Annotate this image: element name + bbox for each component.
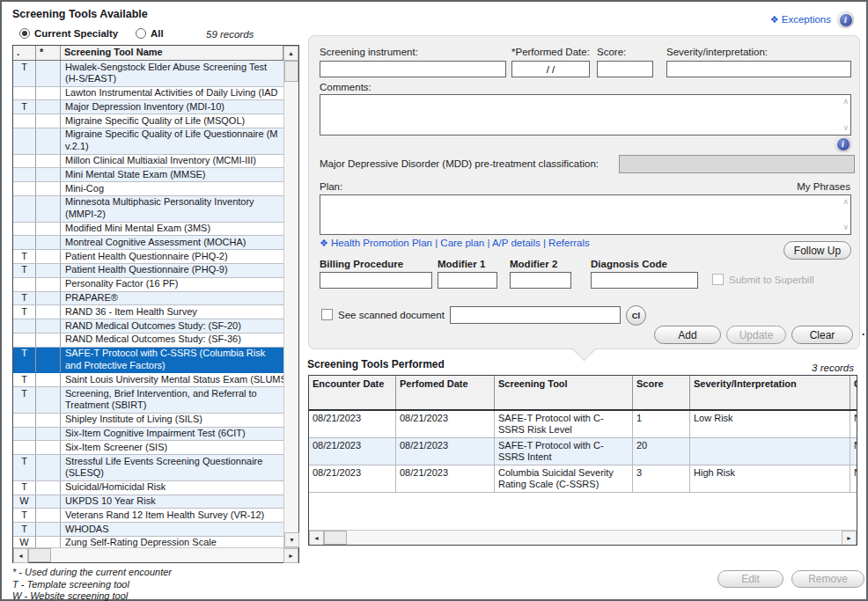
tool-list-item[interactable]: Six-Item Cognitive Impairment Test (6CIT… (13, 428, 283, 442)
see-scanned-document-checkbox[interactable]: See scanned document (321, 309, 445, 320)
exceptions-link[interactable]: ❖Exceptions (770, 14, 831, 26)
diagnosis-code-input[interactable] (591, 272, 698, 289)
mdd-info-icon[interactable]: i (835, 136, 851, 152)
tool-list-item[interactable]: T Patient Health Questionnaire (PHQ-2) (13, 250, 283, 264)
performed-column-header[interactable]: Score (633, 376, 690, 409)
tool-name: Mini Mental State Exam (MMSE) (61, 168, 283, 181)
tool-list-item[interactable]: Six-Item Screener (SIS) (13, 441, 283, 455)
column-header-star[interactable]: * (36, 46, 61, 60)
tool-list-item[interactable]: T Suicidal/Homicidal Risk (13, 481, 283, 495)
link-care-plan[interactable]: Care plan (440, 238, 484, 248)
chevron-down-icon[interactable]: ∨ (842, 124, 849, 132)
score-input[interactable] (597, 61, 653, 77)
performed-table-row[interactable]: 08/21/2023 08/21/2023 SAFE-T Protocol wi… (309, 411, 857, 438)
scroll-down-icon[interactable]: ▼ (284, 532, 299, 547)
scroll-left-icon[interactable]: ◄ (13, 548, 28, 563)
chevron-up-icon[interactable]: ∧ (842, 198, 849, 206)
tool-list-item[interactable]: W Zung Self-Rating Depression Scale (13, 537, 283, 547)
performed-column-header[interactable]: Encounter Date (309, 376, 396, 409)
severity-input[interactable] (666, 61, 851, 77)
chevron-down-icon[interactable]: ∨ (842, 224, 849, 231)
follow-up-button[interactable]: Follow Up (783, 241, 851, 260)
scroll-right-icon[interactable]: ► (283, 548, 298, 563)
update-button[interactable]: Update (726, 326, 786, 344)
scroll-up-icon[interactable]: ▲ (283, 46, 298, 61)
cell-performed-date: 08/21/2023 (396, 411, 495, 437)
modifier2-input[interactable] (510, 272, 571, 289)
add-button[interactable]: Add (654, 326, 721, 344)
tool-list-item[interactable]: T Stressful Life Events Screening Questi… (13, 455, 283, 481)
scanned-document-input[interactable] (450, 306, 621, 324)
tool-list-item[interactable]: T Patient Health Questionnaire (PHQ-9) (13, 264, 283, 278)
remove-button[interactable]: Remove (791, 570, 864, 588)
chevron-up-icon[interactable]: ∧ (842, 98, 849, 106)
tool-list-item[interactable]: Modified Mini Mental Exam (3MS) (13, 223, 283, 237)
tool-list-item[interactable]: T RAND 36 - Item Health Survey (13, 305, 283, 319)
column-header-tool-name[interactable]: Screening Tool Name (61, 46, 283, 60)
performed-table-row[interactable]: 08/21/2023 08/21/2023 SAFE-T Protocol wi… (309, 438, 857, 465)
cell-encounter-date: 08/21/2023 (309, 411, 396, 437)
horizontal-scrollbar-thumb[interactable] (324, 531, 347, 545)
clear-button[interactable]: Clear (791, 326, 853, 344)
radio-all[interactable]: All (136, 28, 164, 39)
tool-list-item[interactable]: T Hwalek-Sengstock Elder Abuse Screening… (13, 61, 283, 87)
modifier1-input[interactable] (438, 272, 497, 289)
tool-list-item[interactable]: Migraine Specific Quality of Life (MSQOL… (13, 114, 283, 128)
my-phrases-link[interactable]: My Phrases (797, 181, 850, 192)
performed-horizontal-scrollbar[interactable]: ◄ ► (309, 530, 857, 545)
radio-current-specialty[interactable]: Current Specialty (19, 28, 118, 39)
scrollbar-track[interactable] (347, 531, 842, 545)
plan-textarea[interactable]: ∧ ∨ (320, 194, 851, 235)
tool-list-item[interactable]: Lawton Instrumental Activities of Daily … (13, 87, 283, 101)
tool-list-item[interactable]: T Saint Louis University Mental Status E… (13, 373, 283, 387)
link-a-p-details[interactable]: A/P details (492, 238, 541, 248)
tool-list-item[interactable]: W UKPDS 10 Year Risk (13, 495, 283, 509)
billing-procedure-input[interactable] (320, 272, 432, 289)
tools-vertical-scrollbar[interactable]: ▼ (283, 61, 298, 547)
performed-column-header[interactable]: Perfomed Date (396, 376, 495, 409)
tool-list-item[interactable]: Personality Factor (16 PF) (13, 278, 283, 292)
screening-instrument-input[interactable] (320, 61, 506, 77)
tool-list-item[interactable]: Millon Clinical Multiaxial Inventory (MC… (13, 155, 283, 169)
scroll-right-icon[interactable]: ► (842, 531, 857, 546)
performed-date-input[interactable] (511, 61, 590, 77)
tool-list-item[interactable]: RAND Medical Outcomes Study: (SF-36) (13, 333, 283, 348)
performed-column-header[interactable]: C (850, 376, 857, 409)
tool-list-item[interactable]: T Major Depression Inventory (MDI-10) (13, 100, 283, 114)
tool-list-item[interactable]: Mini-Cog (13, 182, 283, 196)
link-referrals[interactable]: Referrals (548, 238, 590, 248)
tool-list-item[interactable]: Mini Mental State Exam (MMSE) (13, 168, 283, 182)
info-icon[interactable]: i (837, 11, 854, 28)
tool-used-flag (36, 196, 61, 222)
tool-list-item[interactable]: T Veterans Rand 12 Item Health Survey (V… (13, 509, 283, 523)
tool-list-item[interactable]: RAND Medical Outcomes Study: (SF-20) (13, 319, 283, 333)
tools-horizontal-scrollbar[interactable]: ◄ ► (13, 547, 298, 562)
tool-list-item[interactable]: T Screening, Brief Intervention, and Ref… (13, 387, 283, 414)
tool-list-item[interactable]: T SAFE-T Protocol with C-SSRS (Columbia … (13, 348, 283, 374)
performed-column-header[interactable]: Severity/Interpretation (690, 376, 850, 409)
performed-table-row[interactable]: 08/21/2023 08/21/2023 Columbia Suicidal … (309, 465, 857, 493)
tool-used-flag (36, 319, 61, 333)
performed-column-header[interactable]: Screening Tool (495, 376, 633, 409)
tool-used-flag (36, 537, 61, 547)
tool-list-item[interactable]: Montreal Cognitive Assessment (MOCHA) (13, 236, 283, 250)
available-records-count: 59 records (206, 29, 254, 40)
comments-textarea[interactable]: ∧ ∨ (320, 94, 851, 136)
column-header-dot[interactable]: . (13, 46, 36, 60)
vertical-scrollbar-thumb[interactable] (284, 61, 298, 82)
tool-list-item[interactable]: Minnesota Multiphasic Personality Invent… (13, 196, 283, 223)
cl-button[interactable]: Cl (626, 305, 646, 326)
tool-list-item[interactable]: Migraine Specific Quality of Life Questi… (13, 128, 283, 155)
link-health-promotion-plan[interactable]: Health Promotion Plan (331, 238, 432, 248)
tool-list-item[interactable]: Shipley Institute of Living (SILS) (13, 414, 283, 428)
cell-severity: Low Risk (690, 411, 850, 437)
tool-used-flag (36, 348, 61, 373)
scrollbar-track[interactable] (51, 548, 283, 562)
scroll-left-icon[interactable]: ◄ (309, 531, 324, 546)
screening-tools-available-grid: . * Screening Tool Name ▲ T Hwalek-Sengs… (12, 45, 299, 563)
submit-superbill-checkbox[interactable]: Submit to Superbill (712, 274, 814, 285)
edit-button[interactable]: Edit (717, 570, 783, 588)
tool-list-item[interactable]: T PRAPARE® (13, 292, 283, 306)
tool-list-item[interactable]: T WHODAS (13, 523, 283, 537)
horizontal-scrollbar-thumb[interactable] (28, 548, 51, 562)
